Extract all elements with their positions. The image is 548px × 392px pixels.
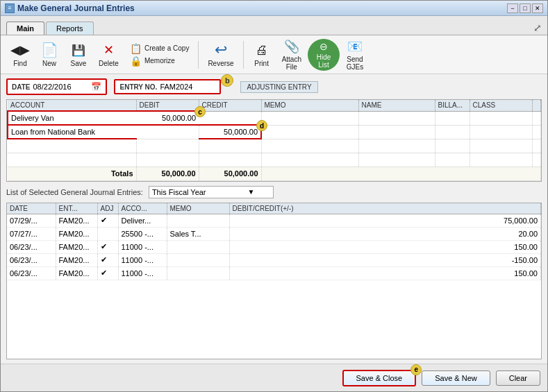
adj-cell: ✔ xyxy=(97,240,118,253)
list-item[interactable]: 06/23/... FAM20... ✔ 11000 -... -150.00 xyxy=(7,253,541,266)
account-cell[interactable]: Loan from National Bank xyxy=(8,125,136,139)
list-item[interactable]: 06/23/... FAM20... ✔ 11000 -... 150.00 xyxy=(7,266,541,280)
tabs: Main Reports xyxy=(6,22,94,35)
col-acco: ACCO... xyxy=(118,203,167,214)
col-memo: MEMO xyxy=(167,203,229,214)
print-button[interactable]: 🖨 Print xyxy=(248,39,276,71)
amount-cell: -150.00 xyxy=(229,253,541,266)
journal-table-wrapper: ACCOUNT DEBIT CREDIT MEMO NAME BILLA... … xyxy=(6,99,542,182)
table-row: Loan from National Bank 50,000.00 d xyxy=(8,125,541,139)
tab-reports[interactable]: Reports xyxy=(46,22,94,35)
ent-cell: FAM20... xyxy=(56,266,97,280)
list-item[interactable]: 07/29/... FAM20... ✔ Deliver... 75,000.0… xyxy=(7,214,541,227)
attach-icon: 📎 xyxy=(283,39,300,54)
save-close-container: Save & Close e xyxy=(342,370,417,386)
col-name: NAME xyxy=(358,100,435,111)
print-icon: 🖨 xyxy=(254,42,270,58)
credit-cell[interactable]: 50,000.00 d xyxy=(199,125,261,139)
amount-cell: 150.00 xyxy=(229,240,541,253)
minimize-button[interactable]: − xyxy=(507,3,518,13)
date-cell: 06/23/... xyxy=(7,253,56,266)
save-close-button[interactable]: Save & Close xyxy=(342,370,417,386)
badge-b: b xyxy=(221,74,233,87)
memo-cell[interactable] xyxy=(261,125,358,139)
name-cell[interactable] xyxy=(358,111,435,125)
new-icon: 📄 xyxy=(41,42,58,58)
list-label: List of Selected General Journal Entries… xyxy=(6,188,143,196)
delete-icon: ✕ xyxy=(100,42,117,58)
totals-debit: 50,000.00 xyxy=(136,167,199,180)
create-copy-button[interactable]: 📋 Create a Copy xyxy=(130,43,189,54)
list-table: DATE ENT... ADJ ACCO... MEMO DEBIT/CREDI… xyxy=(7,203,541,280)
badge-d: d xyxy=(256,120,267,131)
reverse-button[interactable]: ↩ Reverse xyxy=(203,39,238,71)
memo-cell xyxy=(167,214,229,227)
list-item[interactable]: 07/27/... FAM20... 25500 -... Sales T...… xyxy=(7,227,541,240)
adj-cell xyxy=(97,227,118,240)
create-copy-memorize-group: 📋 Create a Copy 🔒 Memorize xyxy=(125,39,194,71)
ent-cell: FAM20... xyxy=(56,214,97,227)
title-bar-left: ≡ Make General Journal Entries xyxy=(5,3,135,13)
clear-button[interactable]: Clear xyxy=(496,370,540,386)
date-label: DATE xyxy=(12,83,30,91)
entry-no-value[interactable]: FAM2024 xyxy=(160,83,215,91)
amount-cell: 150.00 xyxy=(229,266,541,280)
find-button[interactable]: ◀▶ Find xyxy=(6,39,34,71)
date-cell: 06/23/... xyxy=(7,266,56,280)
col-ent: ENT... xyxy=(56,203,97,214)
credit-cell[interactable] xyxy=(199,111,261,125)
billa-cell[interactable] xyxy=(435,125,470,139)
memo-cell xyxy=(167,253,229,266)
adj-cell: ✔ xyxy=(97,214,118,227)
main-content: DATE 08/22/2016 📅 ENTRY NO. FAM2024 b AD… xyxy=(1,74,547,364)
acco-cell: 11000 -... xyxy=(118,253,167,266)
close-button[interactable]: ✕ xyxy=(532,3,543,13)
date-cell: 07/27/... xyxy=(7,227,56,240)
date-value[interactable]: 08/22/2016 xyxy=(33,83,88,91)
calendar-icon[interactable]: 📅 xyxy=(91,82,101,92)
class-cell[interactable] xyxy=(470,111,533,125)
acco-cell: 25500 -... xyxy=(118,227,167,240)
save-icon: 💾 xyxy=(70,42,87,58)
tab-main[interactable]: Main xyxy=(6,22,44,35)
ent-cell: FAM20... xyxy=(56,240,97,253)
table-row: Delivery Van 50,000.00 c xyxy=(8,111,541,125)
date-field-group: DATE 08/22/2016 📅 xyxy=(6,78,107,95)
attach-file-button[interactable]: 📎 Attach File xyxy=(277,39,306,71)
delete-button[interactable]: ✕ Delete xyxy=(94,39,124,71)
memorize-button[interactable]: 🔒 Memorize xyxy=(130,56,175,67)
col-debit: DEBIT xyxy=(136,100,199,111)
date-cell: 06/23/... xyxy=(7,240,56,253)
list-header: List of Selected General Journal Entries… xyxy=(6,186,542,198)
fiscal-year-dropdown[interactable]: This Fiscal Year ▼ xyxy=(149,186,274,198)
footer: Save & Close e Save & New Clear xyxy=(1,364,547,391)
col-date: DATE xyxy=(7,203,56,214)
reverse-icon: ↩ xyxy=(213,42,229,58)
expand-button[interactable]: ⤢ xyxy=(533,22,542,33)
restore-button[interactable]: □ xyxy=(520,3,531,13)
class-cell[interactable] xyxy=(470,125,533,139)
list-item[interactable]: 06/23/... FAM20... ✔ 11000 -... 150.00 xyxy=(7,240,541,253)
col-credit: CREDIT xyxy=(199,100,261,111)
new-button[interactable]: 📄 New xyxy=(35,39,63,71)
entry-no-group: ENTRY NO. FAM2024 xyxy=(114,79,221,94)
memo-cell xyxy=(167,266,229,280)
col-billa: BILLA... xyxy=(435,100,470,111)
account-cell[interactable]: Delivery Van xyxy=(8,111,136,125)
acco-cell: 11000 -... xyxy=(118,240,167,253)
find-icon: ◀▶ xyxy=(12,42,28,58)
col-amount: DEBIT/CREDIT(+/-) xyxy=(229,203,541,214)
name-cell[interactable] xyxy=(358,125,435,139)
memo-cell[interactable] xyxy=(261,111,358,125)
date-cell: 07/29/... xyxy=(7,214,56,227)
table-row xyxy=(8,153,541,167)
debit-cell[interactable]: 50,000.00 c xyxy=(136,111,199,125)
col-class: CLASS xyxy=(470,100,533,111)
send-gjes-button[interactable]: 📧 Send GJEs xyxy=(341,39,369,71)
billa-cell[interactable] xyxy=(435,111,470,125)
hide-list-button[interactable]: ⊖ Hide List xyxy=(308,39,340,71)
save-button[interactable]: 💾 Save xyxy=(65,39,92,71)
debit-cell[interactable] xyxy=(136,125,199,139)
save-new-button[interactable]: Save & New xyxy=(422,370,490,386)
adjusting-entry-label: ADJUSTING ENTRY xyxy=(240,81,317,93)
